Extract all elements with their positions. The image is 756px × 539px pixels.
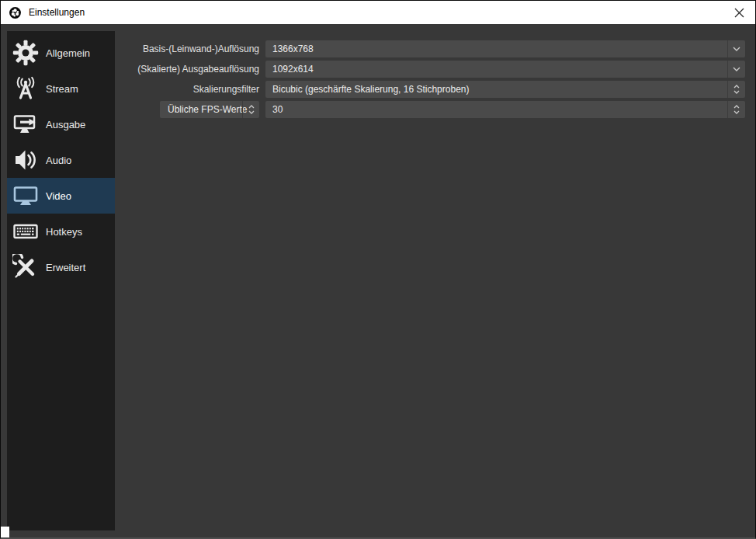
sidebar-item-allgemein[interactable]: Allgemein [7,35,115,71]
scale-filter-label: Skalierungsfilter [115,84,265,95]
sidebar-item-label: Audio [46,155,71,166]
sidebar-item-label: Video [46,190,71,202]
scale-filter-value: Bicubic (geschärfte Skalierung, 16 Stich… [272,84,469,95]
output-resolution-combobox[interactable]: 1092x614 [265,61,745,78]
output-monitor-icon [11,110,40,139]
keyboard-icon [11,217,40,246]
titlebar: Einstellungen [1,1,755,24]
obs-logo-icon [9,6,22,19]
monitor-icon [11,181,40,210]
base-resolution-label: Basis-(Leinwand-)Auflösung [115,43,265,54]
sidebar-item-hotkeys[interactable]: Hotkeys [7,214,115,249]
base-resolution-value: 1366x768 [272,43,314,54]
speaker-icon [11,145,40,175]
spinner-updown-icon[interactable] [727,81,745,98]
fps-type-value: Übliche FPS-Werte [168,104,247,115]
sidebar-item-audio[interactable]: Audio [7,142,115,178]
chevron-down-icon[interactable] [727,61,745,78]
window-title: Einstellungen [29,7,85,18]
sidebar-item-label: Stream [46,83,78,95]
row-output-resolution: (Skalierte) Ausgabeauflösung 1092x614 [115,61,745,78]
row-base-resolution: Basis-(Leinwand-)Auflösung 1366x768 [115,40,745,57]
main-area: Allgemein Stream [2,25,754,536]
video-settings-panel: Basis-(Leinwand-)Auflösung 1366x768 (Ska… [115,25,754,121]
broadcast-icon [11,74,40,103]
fps-value-spinbox[interactable]: 30 [265,101,745,118]
output-resolution-label: (Skalierte) Ausgabeauflösung [115,64,265,75]
sidebar-item-erweitert[interactable]: Erweitert [7,249,115,285]
fps-label-column: Übliche FPS-Werte [115,101,265,118]
sidebar-item-label: Hotkeys [46,226,82,238]
sidebar-item-ausgabe[interactable]: Ausgabe [7,106,115,142]
sidebar-item-label: Ausgabe [46,119,85,130]
screen-artifact [1,527,9,537]
sidebar-item-label: Allgemein [46,47,90,59]
settings-window: Einstellungen [0,0,756,539]
chevron-down-icon[interactable] [727,40,745,57]
settings-nav: Allgemein Stream [7,31,115,530]
sidebar-item-label: Erweitert [46,262,85,273]
output-resolution-value: 1092x614 [272,64,314,75]
spinner-updown-icon[interactable] [727,101,745,118]
fps-value: 30 [272,104,283,115]
scale-filter-combobox[interactable]: Bicubic (geschärfte Skalierung, 16 Stich… [265,81,745,98]
sidebar-item-video[interactable]: Video [7,178,115,214]
gear-icon [11,38,40,68]
close-button[interactable] [723,1,755,24]
sidebar-item-stream[interactable]: Stream [7,71,115,106]
close-icon [734,8,744,18]
spinner-updown-icon[interactable] [242,101,259,118]
fps-type-combobox[interactable]: Übliche FPS-Werte [160,101,259,118]
row-fps: Übliche FPS-Werte 30 [115,101,745,118]
base-resolution-combobox[interactable]: 1366x768 [265,40,745,57]
tools-icon [11,252,40,282]
row-scale-filter: Skalierungsfilter Bicubic (geschärfte Sk… [115,81,745,98]
